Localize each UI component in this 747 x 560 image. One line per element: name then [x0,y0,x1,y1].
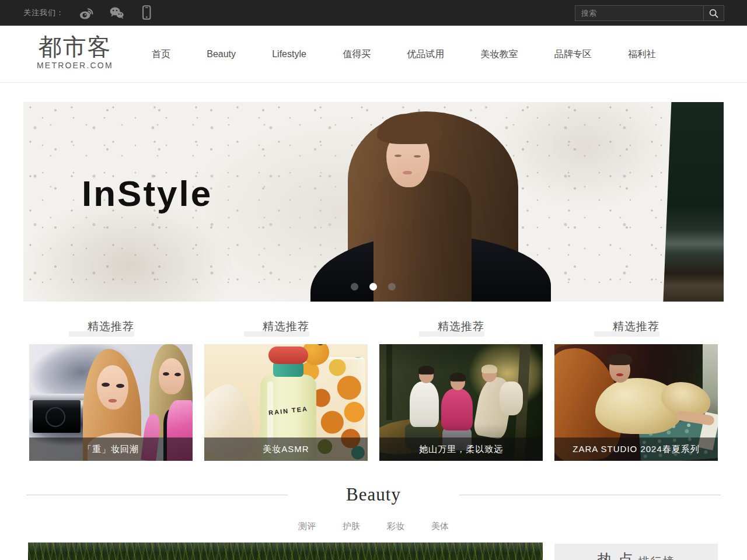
logo-subtitle: METROER.COM [37,61,113,70]
beauty-section-header: Beauty [26,482,721,508]
carousel-dot-2-active[interactable] [369,283,377,290]
site-header: 都市客 METROER.COM 首页 Beauty Lifestyle 值得买 … [0,26,747,83]
hero-carousel[interactable]: InStyle [23,102,724,302]
carousel-dot-1[interactable] [351,283,358,290]
card-caption: 美妆ASMR [204,438,368,461]
search-button[interactable] [703,6,724,20]
nav-item-lifestyle[interactable]: Lifestyle [272,49,306,60]
featured-column-3: 精选推荐 她山万里，柔以致远 [379,320,543,338]
nav-item-home[interactable]: 首页 [152,48,170,61]
featured-card-rain-tea[interactable]: RAIN TEA 美妆ASMR [204,344,368,461]
divider-line-right [459,495,721,495]
hot-ranking-panel: 热点排行榜 [554,544,718,560]
nav-item-makeup-class[interactable]: 美妆教室 [481,48,518,61]
mobile-icon[interactable] [139,5,154,21]
featured-heading: 精选推荐 [29,320,193,338]
model-two-face [159,358,184,394]
tab-skincare[interactable]: 护肤 [343,521,360,532]
tab-review[interactable]: 测评 [298,521,316,532]
featured-heading: 精选推荐 [379,320,543,338]
hot-ranking-title: 热点排行榜 [554,550,718,560]
card-caption: 「重」妆回潮 [29,438,193,461]
featured-column-1: 精选推荐 「重」妆回潮 [29,320,193,338]
tab-body[interactable]: 美体 [431,521,449,532]
featured-card-zara[interactable]: ZARA STUDIO 2024春夏系列 [554,344,718,461]
divider-line-left [26,495,288,495]
tab-makeup[interactable]: 彩妆 [387,521,404,532]
follow-us-label: 关注我们： [23,8,64,18]
weibo-icon[interactable] [78,5,95,21]
featured-heading: 精选推荐 [554,320,718,338]
hero-instyle-logo: InStyle [82,176,212,212]
hot-ranking-title-main: 热点 [598,551,638,560]
main-nav: 首页 Beauty Lifestyle 值得买 优品试用 美妆教室 品牌专区 福… [152,26,656,83]
bottle-cap [268,346,308,364]
nav-item-beauty[interactable]: Beauty [207,49,236,60]
beauty-tabs: 测评 护肤 彩妆 美体 [0,521,747,532]
logo-title: 都市客 [37,33,113,60]
topbar: 关注我们： [0,0,747,26]
nav-item-product-trial[interactable]: 优品试用 [407,48,444,61]
search-box [575,5,724,21]
wechat-icon[interactable] [109,5,125,21]
nav-item-welfare[interactable]: 福利社 [628,48,656,61]
model-blonde-face [97,365,128,410]
featured-card-hiking[interactable]: 她山万里，柔以致远 [379,344,543,461]
model-head [609,356,630,383]
hot-ranking-title-sub: 排行榜 [638,555,675,560]
carousel-dot-3[interactable] [388,283,396,290]
card-caption: 她山万里，柔以致远 [379,438,543,461]
nav-item-worth-buying[interactable]: 值得买 [343,48,371,61]
featured-column-4: 精选推荐 ZARA STUDIO 2024春夏系列 [554,320,718,338]
card-caption: ZARA STUDIO 2024春夏系列 [554,438,718,461]
featured-card-makeup[interactable]: 「重」妆回潮 [29,344,193,461]
eyeshadow-compact [33,400,81,433]
carousel-dots [351,283,396,290]
hero-model-hair-front [374,171,472,302]
beauty-section-title: Beauty [346,484,401,505]
nav-item-brand-zone[interactable]: 品牌专区 [554,48,592,61]
site-logo[interactable]: 都市客 METROER.COM [37,33,113,70]
search-icon [708,8,720,19]
featured-column-2: 精选推荐 RAIN TEA 美妆ASMR [204,320,368,338]
featured-heading: 精选推荐 [204,320,368,338]
search-input[interactable] [575,6,703,20]
article-thumbnail-grass[interactable] [28,542,543,560]
